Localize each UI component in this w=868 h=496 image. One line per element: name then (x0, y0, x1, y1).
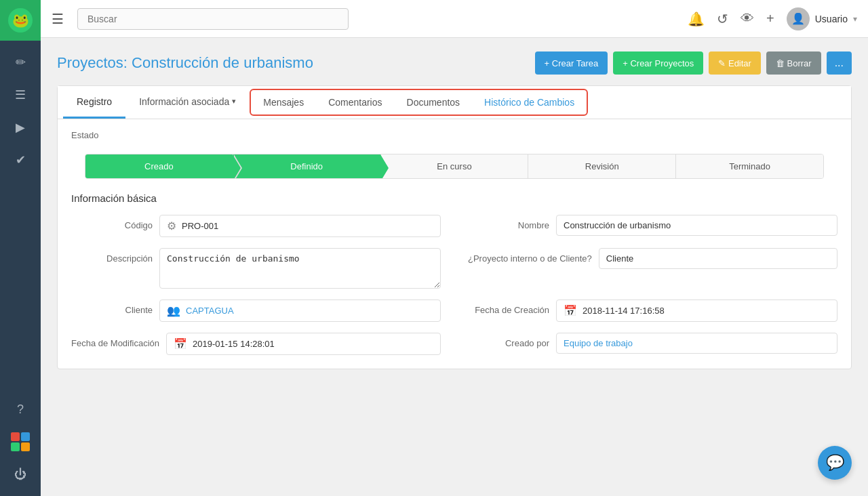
tab-historico[interactable]: Histórico de Cambios (472, 90, 587, 115)
sidebar: 🐸 ✏ ☰ ▶ ✔ ? ⏻ (0, 0, 41, 496)
notification-icon[interactable]: 🔔 (688, 11, 705, 27)
form-row-descripcion: Descripción Construcción de urbanismo (71, 248, 441, 289)
user-dropdown-icon: ▾ (853, 14, 857, 24)
avatar: 👤 (787, 7, 810, 30)
tab-group-highlight: Mensajes Comentarios Documentos Históric… (250, 89, 588, 116)
settings-icon: ⚙ (167, 220, 176, 232)
color-blocks-icon (11, 432, 30, 451)
add-icon[interactable]: + (766, 11, 774, 26)
cliente-value[interactable]: CAPTAGUA (186, 306, 234, 316)
play-icon: ▶ (16, 120, 25, 135)
more-button[interactable]: ... (827, 51, 852, 75)
cliente-label: Cliente (71, 299, 153, 315)
creado-por-value: Equipo de trabajo (564, 338, 633, 348)
page-title: Proyectos: Construcción de urbanismo (57, 54, 313, 72)
cliente-field: 👥 CAPTAGUA (159, 299, 441, 322)
main-area: ☰ 🔔 ↺ 👁 + 👤 Usuario ▾ Proyectos: Constru… (41, 0, 868, 496)
form-row-proyecto: ¿Proyecto interno o de Cliente? Cliente (468, 248, 837, 289)
search-container (77, 8, 349, 30)
edit-icon: ✏ (16, 55, 26, 70)
search-input[interactable] (77, 8, 349, 30)
sidebar-item-help[interactable]: ? (3, 394, 37, 424)
status-step-encurso[interactable]: En curso (381, 154, 529, 178)
nombre-label: Nombre (468, 215, 549, 230)
calendar-icon: 📅 (564, 304, 577, 317)
frog-icon: 🐸 (8, 8, 33, 33)
descripcion-field[interactable]: Construcción de urbanismo (159, 248, 441, 289)
fecha-mod-value: 2019-01-15 14:28:01 (193, 339, 275, 349)
topbar-icons: 🔔 ↺ 👁 + 👤 Usuario ▾ (688, 7, 857, 30)
status-revision-label: Revisión (585, 161, 619, 171)
edit-button[interactable]: ✎ Editar (709, 51, 761, 75)
page-title-main: Construcción de urbanismo (132, 54, 313, 71)
tab-info-asociada[interactable]: Información asociada ▾ (125, 87, 250, 119)
user-menu[interactable]: 👤 Usuario ▾ (787, 7, 857, 30)
list-icon: ☰ (15, 87, 26, 102)
sidebar-item-check[interactable]: ✔ (3, 145, 37, 175)
proyecto-field[interactable]: Cliente (599, 248, 837, 269)
power-icon: ⏻ (14, 468, 26, 482)
tab-mensajes[interactable]: Mensajes (251, 90, 316, 115)
eye-icon[interactable]: 👁 (741, 11, 754, 26)
estado-label: Estado (71, 130, 837, 140)
creado-por-field[interactable]: Equipo de trabajo (556, 333, 837, 354)
topbar: ☰ 🔔 ↺ 👁 + 👤 Usuario ▾ (41, 0, 868, 38)
status-terminado-label: Terminado (729, 161, 770, 171)
sidebar-item-edit[interactable]: ✏ (3, 47, 37, 77)
sidebar-nav: ✏ ☰ ▶ ✔ (3, 41, 37, 394)
codigo-value: PRO-001 (182, 221, 218, 231)
sidebar-item-colors[interactable] (3, 427, 37, 457)
people-icon: 👥 (167, 304, 180, 317)
status-step-revision[interactable]: Revisión (528, 154, 676, 178)
nombre-field[interactable]: Construcción de urbanismo (556, 215, 837, 236)
app-logo[interactable]: 🐸 (0, 0, 41, 41)
dropdown-arrow-icon: ▾ (232, 97, 236, 106)
status-step-terminado[interactable]: Terminado (676, 154, 823, 178)
sidebar-item-power[interactable]: ⏻ (3, 459, 37, 489)
menu-icon[interactable]: ☰ (52, 11, 64, 27)
creado-por-label: Creado por (468, 333, 549, 348)
page-header: Proyectos: Construcción de urbanismo + C… (57, 51, 852, 75)
delete-button[interactable]: 🗑 Borrar (766, 51, 821, 75)
fecha-mod-field: 📅 2019-01-15 14:28:01 (166, 333, 441, 355)
estado-section: Estado Creado Definido En curso Revisión (58, 119, 851, 192)
content-area: Proyectos: Construcción de urbanismo + C… (41, 38, 868, 496)
fecha-creacion-value: 2018-11-14 17:16:58 (583, 306, 665, 316)
help-icon: ? (17, 402, 24, 417)
form-grid: Código ⚙ PRO-001 Nombre Construcción de … (71, 215, 837, 355)
form-row-fecha-creacion: Fecha de Creación 📅 2018-11-14 17:16:58 (468, 299, 837, 322)
fecha-creacion-field: 📅 2018-11-14 17:16:58 (556, 299, 837, 322)
tab-documentos[interactable]: Documentos (395, 90, 473, 115)
status-creado-label: Creado (144, 161, 174, 171)
create-project-button[interactable]: + Crear Proyectos (613, 51, 703, 75)
page-title-prefix: Proyectos: (57, 54, 127, 71)
nombre-value: Construcción de urbanismo (564, 220, 671, 230)
section-title: Información básica (71, 192, 837, 204)
status-encurso-label: En curso (437, 161, 471, 171)
fecha-creacion-label: Fecha de Creación (468, 299, 549, 315)
history-icon[interactable]: ↺ (717, 11, 728, 27)
form-area: Información básica Código ⚙ PRO-001 Nomb… (58, 192, 851, 369)
chat-bubble[interactable]: 💬 (818, 446, 852, 480)
tab-comentarios[interactable]: Comentarios (316, 90, 394, 115)
codigo-label: Código (71, 215, 153, 230)
status-bar: Creado Definido En curso Revisión Termin… (85, 154, 824, 179)
proyecto-value: Cliente (606, 253, 633, 264)
codigo-field: ⚙ PRO-001 (159, 215, 441, 237)
check-icon: ✔ (16, 152, 26, 167)
tab-registro[interactable]: Registro (63, 87, 125, 119)
form-row-creado-por: Creado por Equipo de trabajo (468, 333, 837, 355)
sidebar-item-play[interactable]: ▶ (3, 112, 37, 142)
status-step-definido[interactable]: Definido (233, 154, 381, 178)
proyecto-label: ¿Proyecto interno o de Cliente? (468, 248, 592, 264)
descripcion-label: Descripción (71, 248, 153, 264)
create-task-button[interactable]: + Crear Tarea (535, 51, 608, 75)
sidebar-item-list[interactable]: ☰ (3, 80, 37, 110)
form-row-nombre: Nombre Construcción de urbanismo (468, 215, 837, 237)
chat-icon: 💬 (826, 454, 844, 472)
status-step-creado[interactable]: Creado (85, 154, 233, 178)
page-actions: + Crear Tarea + Crear Proyectos ✎ Editar… (535, 51, 852, 75)
tabs-row: Registro Información asociada ▾ Mensajes… (58, 86, 851, 119)
sidebar-bottom: ? ⏻ (3, 394, 37, 496)
form-row-fecha-mod: Fecha de Modificación 📅 2019-01-15 14:28… (71, 333, 441, 355)
